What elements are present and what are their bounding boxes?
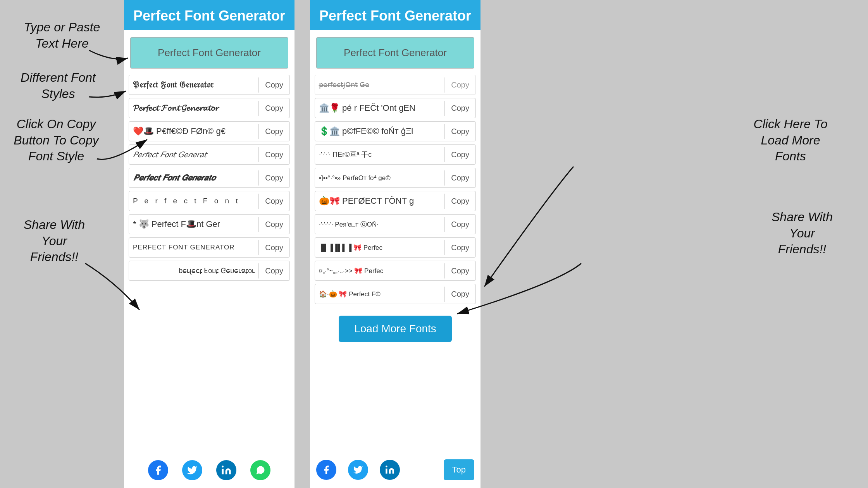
- copy-button[interactable]: Copy: [444, 240, 475, 255]
- font-text: 🎃🎀 ΡΕΓØECT ΓÖΝТ g: [315, 194, 444, 208]
- font-text: 💲🏛️ p©fFE©© foŃт ģΞl: [315, 124, 444, 139]
- copy-button[interactable]: Copy: [258, 124, 289, 139]
- font-text: •]••°·°•» PerfеОт fo⁴ ge©: [315, 172, 444, 184]
- load-more-container: Load More Fonts: [310, 306, 480, 352]
- font-text: ❤️🎩 P€ff€©Ð FØn© g€: [129, 124, 258, 139]
- copy-button[interactable]: Copy: [258, 77, 289, 93]
- copy-button[interactable]: Copy: [444, 170, 475, 186]
- font-text: 𝙋𝙚𝙧𝙛𝙚𝙘𝙩 𝙁𝙤𝙣𝙩 𝙂𝙚𝙣𝙚𝙧𝙖𝙩𝙤: [129, 170, 258, 185]
- copy-button[interactable]: Copy: [258, 240, 289, 255]
- font-text: 𝘗𝘦𝘳𝘧𝘦𝘤𝘵 𝘍𝘰𝘯𝘵 𝘎𝘦𝘯𝘦𝘳𝘢𝘵: [129, 147, 258, 162]
- font-row: 𝙋𝙚𝙧𝙛𝙚𝙘𝙩 𝙁𝙤𝙣𝙩 𝙂𝙚𝙣𝙚𝙧𝙖𝙩𝙤 Copy: [129, 168, 290, 188]
- right-panel: Perfect Font Generator Perfect Font Gene…: [310, 0, 480, 488]
- copy-button[interactable]: Copy: [258, 147, 289, 162]
- font-row: PERFECT FONT GENERATOR Copy: [129, 237, 290, 258]
- font-row: ¤„·°~„„·..·>> 🎀 Perfec Copy: [315, 261, 476, 281]
- copy-button[interactable]: Copy: [258, 101, 289, 116]
- font-row: ❤️🎩 P€ff€©Ð FØn© g€ Copy: [129, 121, 290, 141]
- font-text: 𝓟𝓮𝓻𝓯𝓮𝓬𝓽 𝓕𝓸𝓷𝓽 𝓖𝓮𝓷𝓮𝓻𝓪𝓽𝓸𝓻: [129, 101, 258, 115]
- load-more-button[interactable]: Load More Fonts: [339, 316, 452, 342]
- font-text: p̶e̶r̶f̶e̶c̶t̶j̶O̶n̶t̶ G̶e̶: [315, 78, 444, 91]
- whatsapp-icon[interactable]: [250, 460, 270, 480]
- font-row: 🏠·🎃 🎀 Perfect F© Copy: [315, 284, 476, 304]
- font-row: 🏛️🌹 pé r FEČt 'Ont gEN Copy: [315, 98, 476, 118]
- font-row: •]••°·°•» PerfеОт fo⁴ ge© Copy: [315, 168, 476, 188]
- copy-button[interactable]: Copy: [258, 170, 289, 186]
- copy-button[interactable]: Copy: [444, 287, 475, 302]
- font-row: ▐▌▐▐▌▌▐ 🎀 Perfec Copy: [315, 237, 476, 258]
- bottom-bar-right: Top: [310, 455, 480, 488]
- font-text: P e r f e c t F o n t: [129, 194, 258, 208]
- annotation-click-copy: Click On CopyButton To CopyFont Style: [0, 116, 112, 165]
- twitter-icon-right[interactable]: [348, 460, 368, 480]
- annotation-click-load: Click Here ToLoad MoreFonts: [736, 116, 845, 165]
- linkedin-icon-right[interactable]: [380, 460, 400, 480]
- font-text: PERFECT FONT GENERATOR: [129, 241, 258, 254]
- copy-button[interactable]: Copy: [444, 124, 475, 139]
- twitter-icon[interactable]: [182, 460, 202, 480]
- left-title: Perfect Font Generator: [130, 8, 288, 24]
- font-row: 𝘗𝘦𝘳𝘧𝘦𝘤𝘵 𝘍𝘰𝘯𝘵 𝘎𝘦𝘯𝘦𝘳𝘢𝘵 Copy: [129, 144, 290, 165]
- copy-button[interactable]: Copy: [444, 147, 475, 162]
- top-button[interactable]: Top: [444, 459, 474, 480]
- linkedin-icon[interactable]: [216, 460, 236, 480]
- copy-button[interactable]: Copy: [258, 217, 289, 232]
- font-text: ▐▌▐▐▌▌▐ 🎀 Perfec: [315, 241, 444, 254]
- font-text: ·'·'·'·'· Pея'е□т ⓞOŇ·: [315, 218, 444, 231]
- font-row: 𝓟𝓮𝓻𝓯𝓮𝓬𝓽 𝓕𝓸𝓷𝓽 𝓖𝓮𝓷𝓮𝓻𝓪𝓽𝓸𝓻 Copy: [129, 98, 290, 118]
- right-input-value: Perfect Font Generator: [344, 47, 447, 59]
- font-text: 🏛️🌹 pé r FEČt 'Ont gEN: [315, 101, 444, 115]
- facebook-icon[interactable]: [148, 460, 168, 480]
- font-row: ·'·'·'·'· Pея'е□т ⓞOŇ· Copy: [315, 214, 476, 234]
- left-panel: Perfect Font Generator Perfect Font Gene…: [124, 0, 294, 488]
- font-row: p̶e̶r̶f̶e̶c̶t̶j̶O̶n̶t̶ G̶e̶ Copy: [315, 75, 476, 95]
- right-title: Perfect Font Generator: [316, 8, 474, 24]
- annotation-share-right: Share WithYourFriends!!: [752, 209, 852, 258]
- annotation-share-left: Share WithYourFriends!!: [8, 217, 101, 265]
- font-row: 𝔓𝔢𝔯𝔣𝔢𝔠𝔱 𝔉𝔬𝔫𝔱 𝔊𝔢𝔫𝔢𝔯𝔞𝔱𝔬𝔯 Copy: [129, 75, 290, 95]
- font-text: ¤„·°~„„·..·>> 🎀 Perfec: [315, 265, 444, 277]
- annotation-different-fonts: Different Font Styles: [4, 70, 112, 102]
- copy-button[interactable]: Copy: [258, 194, 289, 209]
- font-row: * 🐺 Perfect F🎩nt Ger Copy: [129, 214, 290, 234]
- font-row: 💲🏛️ p©fFE©© foŃт ģΞl Copy: [315, 121, 476, 141]
- font-text: 🏠·🎃 🎀 Perfect F©: [315, 288, 444, 301]
- font-row: 🎃🎀 ΡΕΓØECT ΓÖΝТ g Copy: [315, 191, 476, 211]
- facebook-icon-right[interactable]: [316, 460, 336, 480]
- copy-button[interactable]: Copy: [258, 263, 289, 278]
- font-row: P e r f e c t F o n t Copy: [129, 191, 290, 211]
- copy-button[interactable]: Copy: [444, 194, 475, 209]
- copy-button[interactable]: Copy: [444, 263, 475, 278]
- copy-button[interactable]: Copy: [444, 77, 475, 93]
- font-text: ɹoʇɐɹǝuǝ⅁ ʇuoℲ ʇɔǝɟɹǝd: [129, 264, 258, 277]
- input-value: Perfect Font Generator: [158, 47, 261, 59]
- font-row: ɹoʇɐɹǝuǝ⅁ ʇuoℲ ʇɔǝɟɹǝd Copy: [129, 261, 290, 281]
- svg-point-0: [222, 466, 224, 467]
- text-input[interactable]: Perfect Font Generator: [130, 37, 288, 69]
- copy-button[interactable]: Copy: [444, 217, 475, 232]
- copy-button[interactable]: Copy: [444, 101, 475, 116]
- left-header: Perfect Font Generator: [124, 0, 294, 30]
- right-header: Perfect Font Generator: [310, 0, 480, 30]
- font-text: 𝔓𝔢𝔯𝔣𝔢𝔠𝔱 𝔉𝔬𝔫𝔱 𝔊𝔢𝔫𝔢𝔯𝔞𝔱𝔬𝔯: [129, 77, 258, 92]
- font-row: ·'·'·'· ΠΕr©亘ª 干c Copy: [315, 144, 476, 165]
- font-text: ·'·'·'· ΠΕr©亘ª 干c: [315, 148, 444, 162]
- svg-point-1: [386, 466, 387, 467]
- right-text-input[interactable]: Perfect Font Generator: [316, 37, 474, 69]
- annotation-type-paste: Type or Paste Text Here: [12, 19, 112, 52]
- font-text: * 🐺 Perfect F🎩nt Ger: [129, 217, 258, 232]
- social-bar-left: [124, 453, 294, 488]
